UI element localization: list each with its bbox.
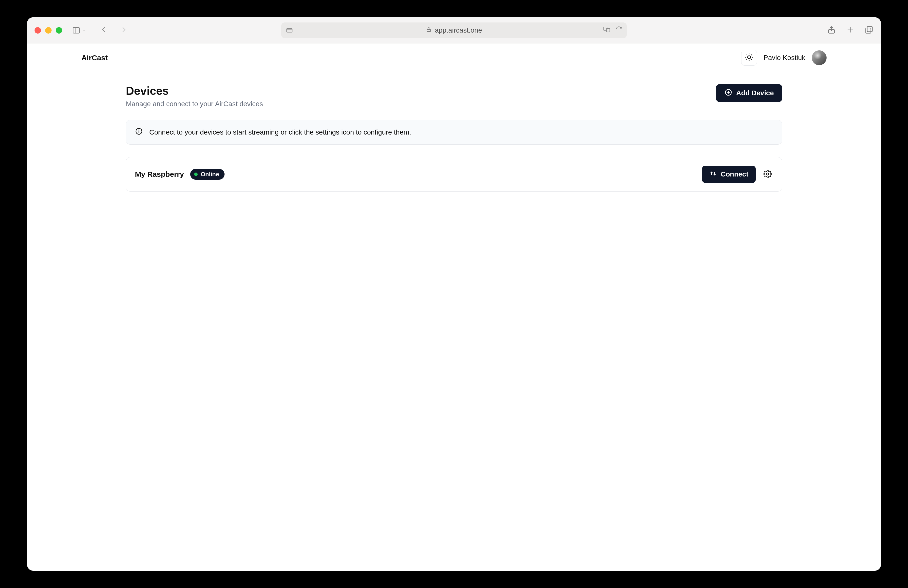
info-icon — [135, 127, 143, 137]
device-card: My Raspberry Online Connect — [126, 157, 782, 192]
page-title: Devices — [126, 84, 263, 98]
main-content: Devices Manage and connect to your AirCa… — [27, 72, 881, 192]
browser-nav — [99, 25, 128, 35]
browser-forward-button[interactable] — [119, 25, 128, 35]
svg-rect-2 — [287, 28, 292, 32]
svg-rect-11 — [866, 28, 871, 33]
browser-chrome: app.aircast.one — [27, 17, 881, 43]
reload-icon[interactable] — [615, 26, 622, 35]
lock-icon — [426, 26, 432, 34]
status-badge: Online — [190, 169, 225, 180]
minimize-window-button[interactable] — [45, 27, 52, 34]
add-device-label: Add Device — [736, 89, 774, 97]
website-settings-icon[interactable] — [286, 27, 293, 34]
svg-line-16 — [751, 59, 752, 60]
svg-line-19 — [747, 59, 747, 60]
address-bar[interactable]: app.aircast.one — [281, 23, 627, 38]
connect-button[interactable]: Connect — [702, 166, 756, 183]
translate-icon[interactable] — [603, 26, 610, 35]
browser-back-button[interactable] — [99, 25, 108, 35]
maximize-window-button[interactable] — [56, 27, 62, 34]
new-tab-icon[interactable] — [846, 26, 855, 35]
avatar[interactable] — [812, 50, 827, 65]
add-device-button[interactable]: Add Device — [716, 84, 782, 102]
connect-label: Connect — [721, 170, 749, 178]
svg-rect-4 — [427, 29, 431, 32]
page-heading-row: Devices Manage and connect to your AirCa… — [126, 84, 782, 108]
svg-rect-10 — [867, 26, 873, 32]
arrows-up-down-icon — [709, 170, 717, 179]
svg-line-15 — [747, 55, 747, 55]
user-name[interactable]: Pavlo Kostiuk — [763, 54, 805, 62]
svg-point-26 — [138, 130, 139, 130]
status-dot-icon — [194, 172, 198, 176]
share-icon[interactable] — [827, 26, 836, 35]
traffic-lights — [35, 27, 62, 34]
page-subtitle: Manage and connect to your AirCast devic… — [126, 100, 263, 108]
browser-window: app.aircast.one — [27, 17, 881, 571]
plus-circle-icon — [724, 89, 733, 98]
info-banner: Connect to your devices to start streami… — [126, 120, 782, 145]
info-banner-text: Connect to your devices to start streami… — [149, 128, 411, 136]
svg-point-27 — [766, 173, 769, 175]
device-settings-button[interactable] — [762, 169, 773, 180]
svg-point-12 — [748, 56, 750, 59]
gear-icon — [763, 170, 772, 179]
tabs-overview-icon[interactable] — [865, 26, 873, 35]
address-bar-right — [603, 26, 622, 35]
device-name: My Raspberry — [135, 170, 184, 179]
svg-rect-0 — [73, 27, 79, 33]
browser-sidebar-toggle[interactable] — [72, 26, 87, 35]
app-header: AirCast Pavlo Kostiuk — [27, 43, 881, 72]
browser-right-actions — [827, 26, 873, 35]
close-window-button[interactable] — [35, 27, 41, 34]
status-label: Online — [201, 171, 219, 178]
theme-toggle-button[interactable] — [741, 50, 757, 66]
address-bar-url: app.aircast.one — [435, 26, 482, 34]
sun-icon — [745, 53, 753, 63]
app-logo[interactable]: AirCast — [81, 53, 108, 62]
svg-line-20 — [751, 55, 752, 55]
